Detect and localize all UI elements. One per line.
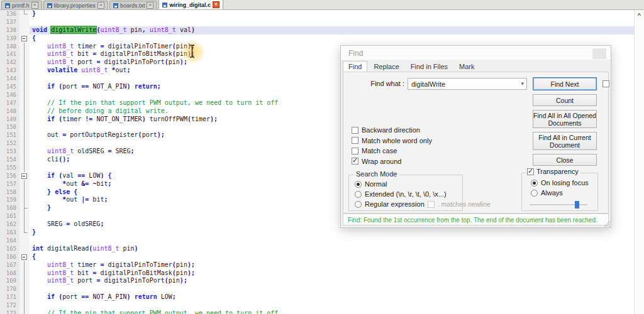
line-number[interactable]: 140 [0,43,19,51]
tab-close-icon[interactable]: × [213,1,219,8]
fold-toggle-icon[interactable] [19,35,30,43]
file-tab-wiring-digital-c[interactable]: wiring_digital.c× [158,0,223,9]
resize-grip[interactable] [604,220,610,227]
tab-close-icon[interactable]: × [147,2,153,9]
search-mode-regular-expression[interactable]: Regular expression. matches newline [355,200,491,208]
checkbox-icon [428,201,435,208]
line-number[interactable]: 142 [0,58,19,67]
code-text[interactable]: } [30,229,634,237]
code-text[interactable]: { [30,253,634,261]
option-match-case[interactable]: Match case [352,147,432,154]
dialog-tab-find-in-files[interactable]: Find in Files [406,62,453,72]
transparency-always[interactable]: Always [531,189,589,197]
close-button[interactable] [592,48,606,59]
code-text[interactable]: uint8_t port = digitalPinToPort(pin); [30,277,634,285]
transparency-slider[interactable] [530,204,587,205]
scroll-up-arrow-icon[interactable]: ^ [635,10,644,19]
file-tab-library-properties[interactable]: library.properties× [43,1,108,9]
file-tab-boards-txt[interactable]: boards.txt× [109,1,158,9]
line-number[interactable]: 163 [0,229,19,237]
code-text[interactable]: // If the pin that support PWM output, w… [30,310,634,314]
line-number[interactable]: 151 [0,131,19,139]
code-text[interactable] [30,237,634,245]
search-mode-normal[interactable]: Normal [355,180,491,188]
vertical-scrollbar[interactable]: ^ [634,10,644,314]
file-tab-printf-h[interactable]: printf.h× [1,1,42,9]
line-number[interactable]: 149 [0,116,19,124]
radio-label: Regular expression [365,200,425,208]
line-number[interactable]: 146 [0,91,19,99]
line-number[interactable]: 171 [0,293,19,301]
line-number[interactable]: 138 [0,26,19,35]
line-number[interactable]: 155 [0,164,19,172]
close-button[interactable]: Close [533,154,597,166]
code-text[interactable] [30,285,634,293]
search-mode-extended-n-r-t-0-x[interactable]: Extended (\n, \r, \t, \0, \x...) [355,190,491,198]
code-token: digitalPinToBitMask [96,50,172,57]
line-number[interactable]: 158 [0,188,19,197]
find-what-combobox[interactable]: digitalWrite ▾ [408,78,527,90]
line-number[interactable]: 141 [0,50,19,58]
code-text[interactable]: { [30,35,634,43]
find-all-in-all-opened-documents-button[interactable]: Find All in All Opened Documents [533,110,597,128]
line-number[interactable]: 143 [0,67,19,75]
line-number[interactable]: 173 [0,310,19,314]
option-match-whole-word-only[interactable]: Match whole word only [352,137,432,144]
tab-close-icon[interactable]: × [97,2,104,9]
line-number[interactable]: 161 [0,212,19,220]
line-number[interactable]: 136 [0,10,19,18]
option-backward-direction[interactable]: Backward direction [352,126,432,134]
line-number[interactable]: 169 [0,277,19,285]
line-number[interactable]: 168 [0,269,19,278]
transparency-slider-thumb[interactable] [575,201,579,208]
code-text[interactable]: int digitalRead(uint8_t pin) [30,245,634,253]
code-text[interactable]: if (port == NOT_A_PIN) return LOW; [30,293,634,301]
line-number[interactable]: 164 [0,237,19,245]
line-number[interactable]: 167 [0,261,19,269]
code-text[interactable]: void digitalWrite(uint8_t pin, uint8_t v… [30,26,634,35]
line-number[interactable]: 150 [0,123,19,131]
code-text[interactable]: } [30,10,634,18]
tab-close-icon[interactable]: × [31,2,38,9]
transparency-on-losing-focus[interactable]: On losing focus [531,179,589,187]
line-number[interactable]: 147 [0,99,19,107]
transparency-option[interactable]: Transparency [525,168,580,175]
code-text[interactable]: uint8_t timer = digitalPinToTimer(pin); [30,261,634,269]
line-number[interactable]: 152 [0,139,19,148]
line-number[interactable]: 157 [0,180,19,188]
find-options: Backward directionMatch whole word onlyM… [352,126,432,165]
line-number[interactable]: 159 [0,196,19,204]
code-token: ; [100,220,104,227]
line-number[interactable]: 148 [0,107,19,116]
count-button[interactable]: Count [533,94,597,106]
transparency-checkbox[interactable] [527,168,534,175]
dialog-tab-replace[interactable]: Replace [369,62,404,72]
line-number[interactable]: 139 [0,35,19,43]
in-selection-checkbox[interactable] [602,80,609,87]
code-token [32,269,47,276]
chevron-down-icon[interactable]: ▾ [521,80,524,87]
line-number[interactable]: 145 [0,83,19,91]
dialog-tab-find[interactable]: Find [343,61,367,72]
line-number[interactable]: 165 [0,245,19,253]
find-all-in-current-document-button[interactable]: Find All in Current Document [533,132,597,150]
dialog-tab-mark[interactable]: Mark [454,62,479,72]
line-number[interactable]: 172 [0,301,19,310]
code-text[interactable]: uint8_t bit = digitalPinToBitMask(pin); [30,269,634,278]
fold-toggle-icon[interactable] [19,253,30,261]
line-number[interactable]: 153 [0,148,19,156]
line-number[interactable]: 144 [0,75,19,83]
option-wrap-around[interactable]: Wrap around [352,158,432,165]
line-number[interactable]: 154 [0,156,19,164]
line-number[interactable]: 162 [0,220,19,229]
fold-toggle-icon[interactable] [19,172,30,180]
line-number[interactable]: 137 [0,18,19,26]
code-text[interactable] [30,18,634,26]
line-number[interactable]: 166 [0,253,19,261]
line-number[interactable]: 156 [0,172,19,180]
find-next-button[interactable]: Find Next [533,77,597,90]
line-number[interactable]: 160 [0,204,19,212]
line-number[interactable]: 170 [0,285,19,293]
code-text[interactable] [30,301,634,310]
code-token [32,293,47,300]
